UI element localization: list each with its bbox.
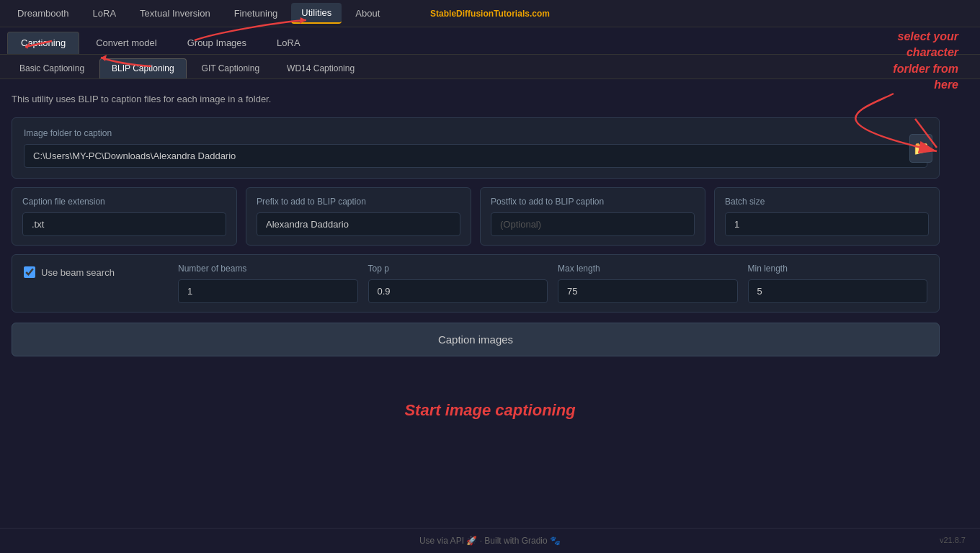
annotation-bottom: Start image captioning <box>404 401 575 420</box>
beam-search-row: Use beam search Number of beams Top p Ma… <box>12 254 940 313</box>
top-p-input[interactable] <box>368 279 548 303</box>
tab-git-captioning[interactable]: GIT Captioning <box>190 58 272 78</box>
postfix-input[interactable] <box>491 212 695 236</box>
prefix-input[interactable] <box>257 212 460 236</box>
tab-wd14-captioning[interactable]: WD14 Captioning <box>275 58 367 78</box>
description-text: This utility uses BLIP to caption files … <box>12 91 940 107</box>
max-length-field: Max length <box>558 264 738 303</box>
min-length-label: Min length <box>748 264 928 274</box>
footer-built-label: Built with Gradio <box>484 536 547 546</box>
caption-images-button[interactable]: Caption images <box>12 323 940 356</box>
nav-finetuning[interactable]: Finetuning <box>224 4 288 23</box>
num-beams-input[interactable] <box>178 279 358 303</box>
folder-icon: 📁 <box>913 140 929 156</box>
footer-gradio-icon: 🐾 <box>550 536 561 546</box>
footer-api-label: Use via API <box>419 536 464 546</box>
nav-textual-inversion[interactable]: Textual Inversion <box>130 4 220 23</box>
min-length-input[interactable] <box>748 279 928 303</box>
postfix-panel: Postfix to add to BLIP caption <box>480 187 705 246</box>
footer: Use via API 🚀 · Built with Gradio 🐾 <box>0 528 980 553</box>
tab-lora[interactable]: LoRA <box>263 32 314 54</box>
caption-ext-input[interactable] <box>22 212 226 236</box>
tab-blip-captioning[interactable]: BLIP Captioning <box>99 58 187 78</box>
caption-tabs-bar: Basic Captioning BLIP Captioning GIT Cap… <box>0 55 980 79</box>
batch-size-label: Batch size <box>725 197 929 207</box>
tab-basic-captioning[interactable]: Basic Captioning <box>7 58 97 78</box>
image-folder-label: Image folder to caption <box>24 128 927 138</box>
top-p-label: Top p <box>368 264 548 274</box>
nav-utilities[interactable]: Utilities <box>291 3 342 24</box>
prefix-label: Prefix to add to BLIP caption <box>257 197 460 207</box>
main-content: This utility uses BLIP to caption files … <box>0 79 951 368</box>
min-length-field: Min length <box>748 264 928 303</box>
top-p-field: Top p <box>368 264 548 303</box>
max-length-label: Max length <box>558 264 738 274</box>
num-beams-field: Number of beams <box>178 264 358 303</box>
prefix-panel: Prefix to add to BLIP caption <box>246 187 471 246</box>
beam-search-label: Use beam search <box>41 267 115 278</box>
max-length-input[interactable] <box>558 279 738 303</box>
sub-tabs-bar: Captioning Convert model Group Images Lo… <box>0 27 980 55</box>
top-nav-bar: Dreambooth LoRA Textual Inversion Finetu… <box>0 0 980 27</box>
nav-about[interactable]: About <box>345 4 390 23</box>
caption-settings-row: Caption file extension Prefix to add to … <box>12 187 940 246</box>
beam-search-checkbox[interactable] <box>24 266 35 278</box>
image-folder-panel: Image folder to caption <box>12 117 940 179</box>
batch-size-panel: Batch size <box>714 187 940 246</box>
nav-lora[interactable]: LoRA <box>83 4 127 23</box>
image-folder-input[interactable] <box>24 144 927 168</box>
caption-ext-label: Caption file extension <box>22 197 226 207</box>
version-label: v21.8.7 <box>940 536 966 544</box>
num-beams-label: Number of beams <box>178 264 358 274</box>
tab-captioning[interactable]: Captioning <box>7 32 79 54</box>
beam-search-group: Use beam search <box>24 264 168 278</box>
footer-api-icon: 🚀 <box>466 536 479 546</box>
site-title: StableDiffusionTutorials.com <box>430 9 550 19</box>
postfix-label: Postfix to add to BLIP caption <box>491 197 695 207</box>
tab-convert-model[interactable]: Convert model <box>82 32 171 54</box>
folder-browse-button[interactable]: 📁 <box>909 134 932 163</box>
tab-group-images[interactable]: Group Images <box>174 32 260 54</box>
top-nav-items: Dreambooth LoRA Textual Inversion Finetu… <box>7 3 390 24</box>
batch-size-input[interactable] <box>725 212 929 236</box>
caption-ext-panel: Caption file extension <box>12 187 237 246</box>
nav-dreambooth[interactable]: Dreambooth <box>7 4 79 23</box>
